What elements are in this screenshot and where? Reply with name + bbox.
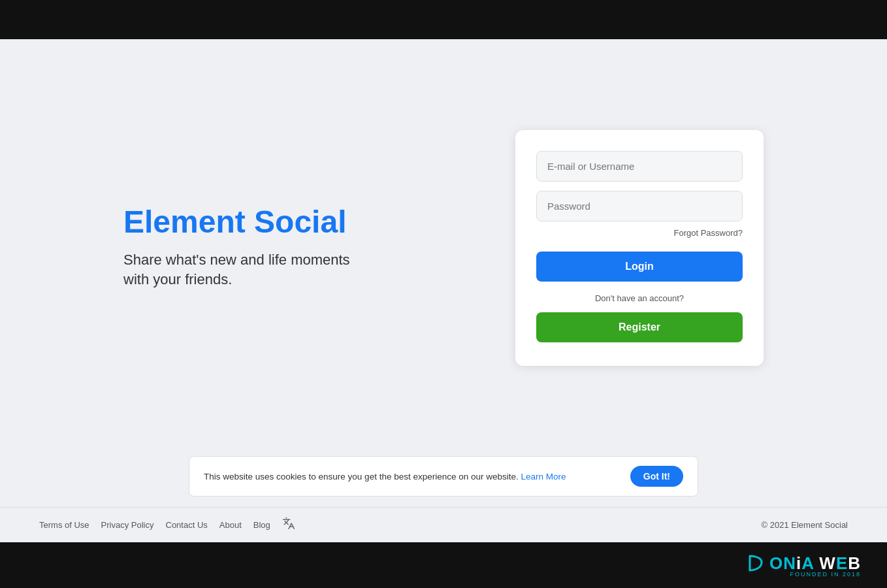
- cookie-bar-wrapper: This website uses cookies to ensure you …: [0, 456, 887, 507]
- brand-subtitle: Share what's new and life moments with y…: [123, 250, 437, 291]
- top-bar: [0, 0, 887, 39]
- footer-links: Terms of Use Privacy Policy Contact Us A…: [39, 517, 295, 533]
- brand-title: Element Social: [123, 205, 437, 240]
- login-card: Forgot Password? Login Don't have an acc…: [515, 130, 764, 366]
- forgot-password-section: Forgot Password?: [536, 227, 743, 238]
- learn-more-link[interactable]: Learn More: [521, 472, 566, 482]
- branding-section: Element Social Share what's new and life…: [123, 205, 437, 290]
- footer-link-contact[interactable]: Contact Us: [166, 520, 208, 530]
- footer-link-terms[interactable]: Terms of Use: [39, 520, 89, 530]
- register-button[interactable]: Register: [536, 312, 743, 342]
- no-account-text: Don't have an account?: [536, 293, 743, 303]
- bottom-bar: ONiA WEB FOUNDED IN 2018: [0, 542, 887, 588]
- footer-copyright: © 2021 Element Social: [762, 520, 848, 530]
- password-input[interactable]: [536, 191, 743, 221]
- logo-d-icon: [747, 553, 767, 573]
- footer-link-privacy[interactable]: Privacy Policy: [101, 520, 154, 530]
- footer-link-blog[interactable]: Blog: [253, 520, 270, 530]
- main-content: Element Social Share what's new and life…: [0, 39, 887, 456]
- cookie-message: This website uses cookies to ensure you …: [204, 472, 566, 482]
- footer-link-about[interactable]: About: [219, 520, 242, 530]
- footer: Terms of Use Privacy Policy Contact Us A…: [0, 507, 887, 542]
- cookie-bar: This website uses cookies to ensure you …: [189, 456, 698, 497]
- logo-founded: FOUNDED IN 2018: [790, 571, 861, 578]
- got-it-button[interactable]: Got It!: [630, 466, 683, 487]
- forgot-password-link[interactable]: Forgot Password?: [674, 228, 743, 238]
- email-input[interactable]: [536, 151, 743, 182]
- doniaweb-logo: ONiA WEB FOUNDED IN 2018: [747, 553, 861, 578]
- translate-icon[interactable]: [282, 517, 295, 533]
- login-button[interactable]: Login: [536, 252, 743, 282]
